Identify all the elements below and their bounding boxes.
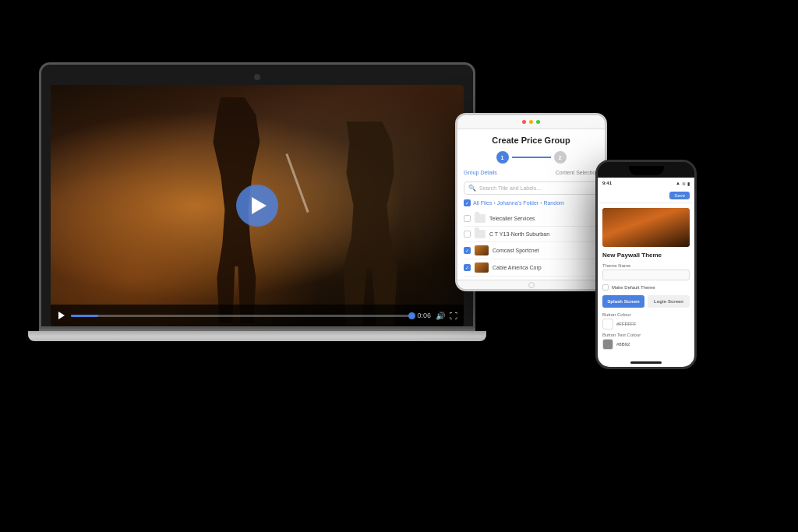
tablet-content: Create Price Group 1 2 Group Details Con…: [457, 129, 605, 280]
button-text-color-label: Button Text Colour: [602, 333, 690, 337]
laptop-screen-wrapper: 0:06 🔊 ⛶: [39, 62, 475, 329]
status-icons: ▲ ≋ ▮: [676, 181, 690, 186]
file-name-3: Comcast Sportcnet: [493, 248, 598, 253]
progress-bar[interactable]: [71, 315, 412, 317]
progress-dot: [408, 312, 415, 319]
search-placeholder: Search Title and Labels...: [479, 185, 541, 191]
file-name-1: Telecaller Services: [489, 216, 598, 221]
tablet-top-bar: [457, 115, 605, 129]
check-4: ✓: [465, 265, 469, 270]
step-2-circle: 2: [554, 151, 567, 164]
step-line: [512, 157, 551, 158]
step-progress: 1 2: [464, 151, 598, 164]
phone-thumb-overlay: [602, 208, 690, 247]
phone-content: New Paywall Theme Theme Name Make Defaul…: [598, 203, 694, 358]
file-row-1[interactable]: Telecaller Services: [464, 211, 598, 227]
play-icon: [252, 197, 267, 214]
main-scene: 0:06 🔊 ⛶ Create Price Group 1 2: [0, 0, 798, 532]
button-text-color-value: #8B92: [616, 342, 630, 347]
phone-device: 9:41 ▲ ≋ ▮ Save New Paywall Theme Theme …: [595, 160, 697, 369]
laptop-screen: 0:06 🔊 ⛶: [51, 85, 464, 326]
default-theme-checkbox[interactable]: [602, 284, 609, 291]
folder-icon-2: [475, 230, 486, 238]
check-3: ✓: [465, 248, 469, 253]
video-controls-bar: 0:06 🔊 ⛶: [51, 305, 464, 326]
step-labels: Group Details Content Selection: [464, 170, 598, 175]
theme-name-input[interactable]: [602, 270, 690, 280]
phone-home-line: [630, 361, 662, 364]
laptop-camera: [254, 74, 260, 80]
button-color-label: Button Colour: [602, 312, 690, 317]
phone-tab-row: Splash Screen Login Screen: [602, 295, 690, 308]
file-thumb-4: [475, 262, 489, 273]
file-name-4: Cable America Corp: [493, 265, 598, 270]
all-files-row: ✓ All Files › Johanna's Folder › Random: [464, 199, 598, 206]
default-theme-row: Make Default Theme: [602, 284, 690, 291]
signal-icon: ▲: [676, 181, 680, 185]
tablet-home-button[interactable]: [528, 282, 535, 288]
tablet-dot-green: [536, 120, 540, 124]
phone-save-button[interactable]: Save: [669, 192, 690, 199]
play-button[interactable]: [236, 185, 278, 227]
tablet-bottom: [457, 280, 605, 289]
login-screen-tab[interactable]: Login Screen: [648, 295, 690, 308]
wifi-icon: ≋: [682, 181, 686, 186]
guitarist-silhouette: [321, 122, 422, 327]
file-name-2: C T Y13-North Suburban: [489, 231, 598, 237]
button-color-swatch[interactable]: [602, 319, 613, 329]
button-text-color-row: #8B92: [602, 339, 690, 350]
phone-home-bar: [598, 358, 694, 367]
step-1-label: Group Details: [464, 170, 497, 175]
phone-header: Save: [598, 188, 694, 203]
file-thumb-3: [475, 245, 489, 255]
file-checkbox-2[interactable]: [464, 231, 471, 238]
button-text-color-swatch[interactable]: [602, 339, 613, 350]
file-checkbox-3[interactable]: ✓: [464, 247, 471, 254]
tablet-dot-yellow: [529, 120, 533, 124]
phone-video-thumbnail: [602, 208, 690, 247]
theme-name-label: Theme Name: [602, 263, 690, 268]
battery-icon: ▮: [687, 181, 690, 186]
breadcrumb-text: All Files › Johanna's Folder › Random: [473, 200, 564, 206]
controls-play-button[interactable]: [57, 311, 66, 320]
phone-notch-bar: [598, 162, 694, 178]
file-checkbox-1[interactable]: [464, 215, 471, 222]
folder-icon-1: [475, 214, 486, 223]
phone-status-bar: 9:41 ▲ ≋ ▮: [598, 178, 694, 188]
microphone-arm: [286, 153, 309, 212]
volume-icon[interactable]: 🔊: [436, 312, 445, 320]
file-checkbox-4[interactable]: ✓: [464, 264, 471, 271]
phone-notch: [629, 166, 664, 175]
default-theme-label: Make Default Theme: [612, 285, 655, 290]
progress-fill: [71, 315, 98, 317]
fullscreen-icon[interactable]: ⛶: [450, 312, 457, 320]
step-1-circle: 1: [496, 151, 509, 164]
phone-section-title: New Paywall Theme: [602, 252, 690, 259]
tablet-dot-red: [522, 120, 526, 124]
button-color-row: #FFFFFF: [602, 319, 690, 329]
step-2-label: Content Selection: [556, 170, 598, 175]
tablet-title: Create Price Group: [464, 136, 598, 145]
controls-play-icon: [58, 312, 65, 319]
search-bar[interactable]: 🔍 Search Title and Labels...: [464, 181, 598, 195]
laptop-base: [39, 329, 475, 341]
button-color-value: #FFFFFF: [616, 322, 636, 326]
file-row-3[interactable]: ✓ Comcast Sportcnet: [464, 242, 598, 259]
time-display: 0:06: [417, 312, 431, 319]
laptop-device: 0:06 🔊 ⛶: [39, 62, 475, 341]
splash-screen-tab[interactable]: Splash Screen: [602, 295, 644, 308]
laptop-bottom: [28, 331, 486, 341]
all-files-checkbox[interactable]: ✓: [464, 199, 471, 206]
file-row-4[interactable]: ✓ Cable America Corp: [464, 259, 598, 277]
search-icon: 🔍: [468, 185, 476, 192]
checkmark-icon: ✓: [465, 200, 469, 206]
status-time: 9:41: [602, 181, 612, 185]
tablet-device: Create Price Group 1 2 Group Details Con…: [455, 113, 607, 291]
file-row-2[interactable]: C T Y13-North Suburban: [464, 227, 598, 242]
